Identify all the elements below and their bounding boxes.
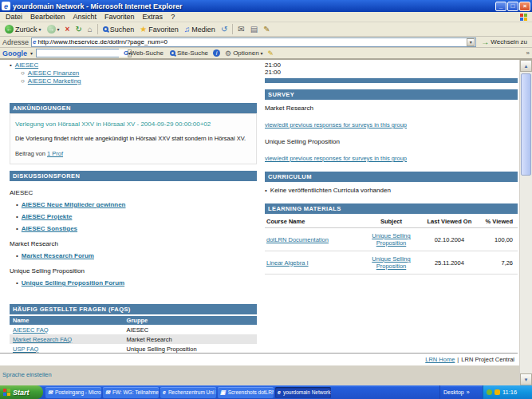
forum-item: • AIESEC Sonstiges bbox=[16, 225, 257, 232]
site-search-button[interactable]: Site-Suche bbox=[168, 49, 210, 57]
back-dropdown-icon[interactable]: ▾ bbox=[39, 26, 41, 32]
scrollbar-track[interactable] bbox=[520, 72, 532, 373]
course-link[interactable]: dotLRN Documentation bbox=[266, 236, 329, 243]
taskbar-task-mail-message[interactable]: ✉ FW: WG: Teilnahme v... bbox=[103, 387, 159, 398]
desktop-toolbar[interactable]: Desktop » bbox=[439, 385, 483, 399]
lm-col-pct-viewed: % Viewed bbox=[477, 215, 518, 228]
vertical-scrollbar[interactable]: ▲ ▼ bbox=[519, 60, 532, 385]
calendar-times: 21:00 21:00 bbox=[265, 61, 518, 76]
google-logo-dropdown-icon[interactable]: ▾ bbox=[30, 50, 33, 56]
options-button[interactable]: ⚙ Optionen ▾ bbox=[223, 49, 265, 57]
scroll-down-button[interactable]: ▼ bbox=[520, 373, 532, 385]
ie-icon: e bbox=[278, 389, 281, 395]
back-button[interactable]: ← Zurück ▾ bbox=[2, 24, 44, 34]
nav-sub-link[interactable]: AIESEC Marketing bbox=[28, 77, 81, 85]
curriculum-empty-item: • Keine veröffentlichten Curricula vorha… bbox=[265, 187, 518, 194]
footer-separator: | bbox=[457, 356, 459, 363]
scroll-up-button[interactable]: ▲ bbox=[520, 60, 532, 72]
close-button[interactable]: × bbox=[519, 2, 530, 11]
forum-link[interactable]: Market Research Forum bbox=[22, 252, 94, 259]
taskbar-task-active-browser[interactable]: e yourdomain Network ... bbox=[275, 387, 331, 398]
forum-link[interactable]: AIESEC Neue Mitglieder gewinnen bbox=[22, 201, 126, 208]
mail-button[interactable]: ✉ bbox=[235, 25, 246, 34]
subject-link[interactable]: Unique Selling Proposition bbox=[372, 255, 410, 270]
menu-file[interactable]: Datei bbox=[2, 13, 26, 21]
address-dropdown-button[interactable]: ▾ bbox=[467, 38, 475, 46]
byline-author-link[interactable]: 1 Prof bbox=[47, 150, 63, 157]
media-button[interactable]: ♫ Medien bbox=[182, 25, 218, 34]
tray-icon-2[interactable] bbox=[495, 389, 500, 395]
lrn-project-central-link[interactable]: LRN Project Central bbox=[461, 356, 514, 363]
left-column: • AIESEC ○ AIESEC Finanzen ○ AIESEC Mark… bbox=[10, 61, 257, 354]
highlighter-icon[interactable]: ✎ bbox=[268, 49, 274, 57]
survey-responses-link[interactable]: view/edit previous responses for surveys… bbox=[265, 121, 518, 128]
task-label: yourdomain Network ... bbox=[283, 389, 331, 395]
dotlrn-page: • AIESEC ○ AIESEC Finanzen ○ AIESEC Mark… bbox=[0, 60, 519, 385]
faq-link[interactable]: Market Research FAQ bbox=[13, 336, 72, 343]
faq-link[interactable]: AIESEC FAQ bbox=[13, 326, 49, 334]
maximize-button[interactable]: □ bbox=[507, 2, 518, 11]
address-input[interactable] bbox=[37, 38, 465, 46]
favorites-button[interactable]: ★ Favoriten bbox=[137, 25, 181, 34]
web-search-button[interactable]: G Web-Suche bbox=[122, 49, 165, 57]
history-button[interactable]: ↺ bbox=[219, 25, 230, 34]
course-link[interactable]: Linear Algebra I bbox=[266, 259, 309, 267]
google-logo[interactable]: Google bbox=[2, 49, 27, 57]
home-button[interactable]: ⌂ bbox=[85, 25, 95, 34]
start-label: Start bbox=[13, 389, 30, 397]
taskbar-task-folder[interactable]: ▣ Screenshots dotLRN... bbox=[218, 387, 274, 398]
forum-link[interactable]: AIESEC Projekte bbox=[22, 213, 73, 220]
minimize-button[interactable]: _ bbox=[495, 2, 506, 11]
page-favicon-icon: e bbox=[33, 38, 36, 45]
refresh-button[interactable]: ↻ bbox=[73, 25, 84, 34]
task-label: Screenshots dotLRN... bbox=[228, 389, 274, 395]
desktop-chevron-icon[interactable]: » bbox=[467, 389, 470, 395]
toolbar: ← Zurück ▾ → ▾ × ↻ ⌂ Suchen ★ Favoriten … bbox=[0, 22, 532, 37]
subject-link[interactable]: Unique Selling Proposition bbox=[372, 232, 410, 247]
toolbar-overflow-chevron[interactable]: » bbox=[526, 49, 530, 57]
print-button[interactable]: ▤ bbox=[248, 25, 260, 34]
bullet-icon: • bbox=[16, 201, 18, 208]
forward-dropdown-icon[interactable]: ▾ bbox=[57, 26, 60, 32]
announcement-title[interactable]: Verlegung von Hörsaal XXV in Hörsaal XV … bbox=[15, 120, 251, 128]
start-button[interactable]: Start bbox=[0, 385, 43, 399]
tray-icon-1[interactable] bbox=[487, 389, 492, 395]
curriculum-header: CURRICULUM bbox=[265, 172, 518, 182]
go-button[interactable]: → Wechseln zu bbox=[479, 38, 530, 46]
nav-sub-link[interactable]: AIESEC Finanzen bbox=[28, 69, 79, 77]
go-arrow-icon: → bbox=[481, 38, 489, 46]
forum-link[interactable]: Unique Selling Proposition Forum bbox=[22, 279, 124, 286]
bullet-icon: • bbox=[16, 225, 18, 232]
windows-logo-icon bbox=[520, 14, 527, 21]
lrn-home-link[interactable]: LRN Home bbox=[425, 356, 455, 363]
nav-group-link[interactable]: AIESEC bbox=[15, 61, 38, 69]
taskbar-task-browser[interactable]: e Rechenzentrum Uni K... bbox=[160, 387, 216, 398]
lm-col-course: Course Name bbox=[265, 215, 361, 228]
search-button[interactable]: Suchen bbox=[100, 25, 137, 34]
forward-button[interactable]: → ▾ bbox=[45, 24, 62, 34]
forum-link[interactable]: AIESEC Sonstiges bbox=[22, 225, 77, 232]
desktop-label: Desktop bbox=[443, 389, 464, 395]
page-info-icon[interactable]: i bbox=[213, 49, 220, 57]
scrollbar-thumb[interactable] bbox=[521, 73, 531, 176]
back-icon: ← bbox=[5, 25, 14, 34]
survey-responses-link[interactable]: view/edit previous responses for surveys… bbox=[265, 155, 518, 162]
forward-icon: → bbox=[47, 25, 56, 34]
google-search-input[interactable] bbox=[37, 49, 128, 57]
set-language-link[interactable]: Sprache einstellen bbox=[2, 371, 52, 378]
ie-logo-icon: e bbox=[2, 2, 10, 10]
taskbar-task-outlook[interactable]: ✉ Posteingang - Micros... bbox=[45, 387, 101, 398]
menu-extras[interactable]: Extras bbox=[139, 13, 167, 21]
stop-button[interactable]: × bbox=[63, 25, 73, 34]
forum-group-name: Market Research bbox=[10, 240, 257, 247]
table-row: AIESEC FAQ AIESEC bbox=[10, 325, 257, 334]
menu-favorites[interactable]: Favoriten bbox=[100, 13, 139, 21]
toolbar-separator bbox=[97, 24, 98, 34]
faq-link[interactable]: USP FAQ bbox=[13, 346, 38, 353]
options-dropdown-icon: ▾ bbox=[261, 50, 263, 56]
edit-button[interactable]: ✎ bbox=[261, 25, 272, 34]
menu-view[interactable]: Ansicht bbox=[69, 13, 101, 21]
table-row: Market Research FAQ Market Research bbox=[10, 334, 257, 344]
menu-help[interactable]: ? bbox=[167, 13, 179, 21]
menu-edit[interactable]: Bearbeiten bbox=[26, 13, 69, 21]
